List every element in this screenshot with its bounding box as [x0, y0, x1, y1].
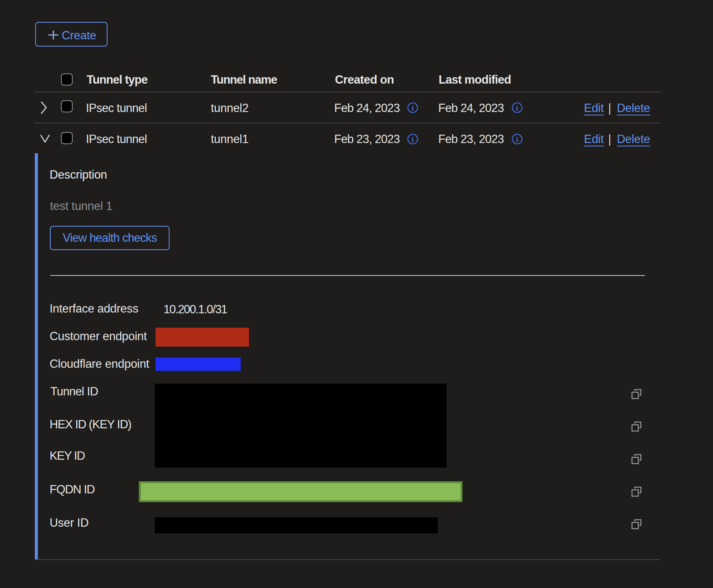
- svg-text:i: i: [412, 135, 414, 143]
- svg-text:i: i: [516, 104, 518, 112]
- svg-text:i: i: [516, 135, 518, 143]
- svg-text:i: i: [412, 104, 414, 112]
